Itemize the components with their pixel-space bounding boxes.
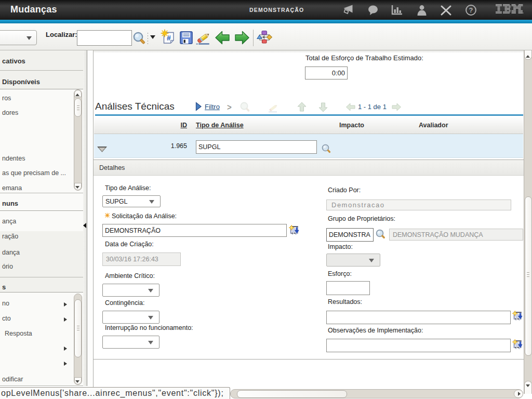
svg-text:#: # <box>167 34 171 42</box>
svg-text:?: ? <box>469 6 473 14</box>
